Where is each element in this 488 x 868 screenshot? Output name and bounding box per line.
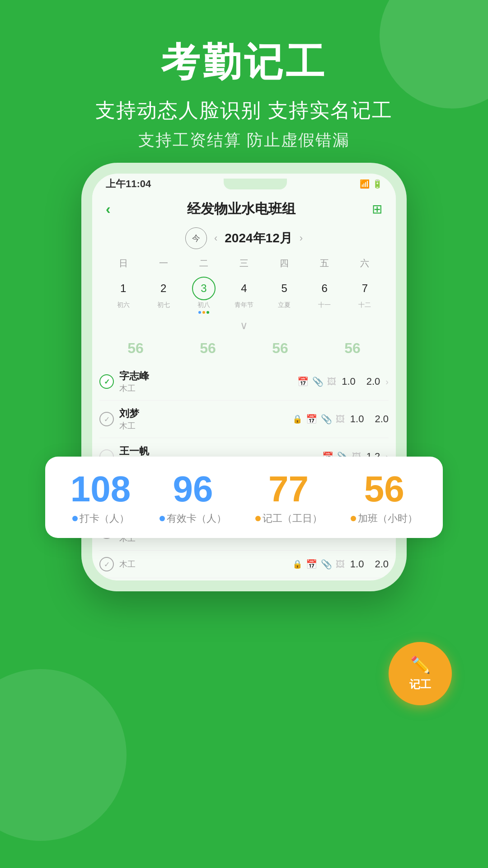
- weekday-sun: 日: [103, 255, 143, 271]
- worker-check-6[interactable]: ✓: [99, 557, 114, 571]
- valid-label: 有效卡（人）: [160, 512, 226, 525]
- stat-item-overtime: 56 加班（小时）: [351, 471, 418, 525]
- stats-card: 108 打卡（人） 96 有效卡（人） 77 记工（工日） 56 加班（小时）: [45, 457, 443, 538]
- ghost-stats-row: 56 56 56 56: [92, 335, 396, 361]
- clip-icon: 📎: [321, 559, 332, 570]
- image-icon: 🖼: [336, 414, 345, 425]
- month-label: 2024年12月: [225, 230, 292, 247]
- valid-count: 96: [173, 471, 213, 507]
- worker-hours-6: 1.0 2.0: [350, 558, 389, 570]
- checkmark-icon: ✓: [104, 377, 110, 386]
- overtime-dot: [351, 516, 356, 521]
- stat-item-workday: 77 记工（工日）: [255, 471, 322, 525]
- calendar-day-1[interactable]: 1 初六: [103, 274, 143, 316]
- bg-decoration-bottom: [0, 669, 127, 841]
- main-title: 考勤记工: [0, 41, 488, 84]
- next-month-button[interactable]: ›: [300, 232, 303, 244]
- calendar-days: 1 初六 2 初七 3 初八: [103, 274, 385, 316]
- phone-notch: [224, 179, 287, 189]
- weekday-mon: 一: [143, 255, 183, 271]
- qr-icon[interactable]: ⊞: [372, 202, 382, 217]
- calendar-day-4[interactable]: 4 青年节: [224, 274, 264, 316]
- phone-time: 上午11:04: [106, 177, 151, 191]
- calendar-expand-button[interactable]: ∨: [103, 316, 385, 335]
- app-title: 经发物业水电班组: [111, 200, 372, 218]
- stat-item-valid: 96 有效卡（人）: [160, 471, 226, 525]
- wifi-icon: 📶: [360, 179, 370, 189]
- calendar-day-3[interactable]: 3 初八: [183, 274, 224, 316]
- calendar-icon: 📅: [306, 559, 317, 570]
- worker-row[interactable]: ✓ 刘梦 木工 🔒 📅 📎 🖼 1.0: [99, 401, 389, 438]
- row-arrow-1: ›: [385, 377, 389, 387]
- weekday-wed: 三: [224, 255, 264, 271]
- calendar-day-7[interactable]: 7 十二: [345, 274, 385, 316]
- worker-row[interactable]: ✓ 字志峰 木工 📅 📎 🖼 1.0 2.: [99, 363, 389, 401]
- fab-label: 记工: [409, 677, 431, 692]
- weekday-fri: 五: [305, 255, 345, 271]
- record-fab-button[interactable]: ✏️ 记工: [389, 642, 452, 705]
- calendar-icon: 📅: [306, 414, 317, 425]
- worker-hours-1: 1.0 2.0: [342, 376, 380, 387]
- clip-icon: 📎: [312, 376, 324, 387]
- lock-icon: 🔒: [292, 559, 302, 569]
- edit-icon: ✏️: [410, 656, 431, 675]
- workday-count: 77: [268, 471, 309, 507]
- checkin-dot: [72, 516, 78, 521]
- clip-icon: 📎: [321, 414, 332, 425]
- workday-dot: [255, 516, 261, 521]
- prev-month-button[interactable]: ‹: [214, 232, 217, 244]
- weekday-thu: 四: [264, 255, 305, 271]
- worker-info-2: 刘梦 木工: [119, 407, 287, 431]
- phone-status-icons: 📶 🔋: [360, 179, 382, 189]
- lock-icon: 🔒: [292, 414, 302, 424]
- worker-hours-2: 1.0 2.0: [350, 413, 389, 425]
- image-icon: 🖼: [327, 377, 336, 387]
- calendar-month-row: 今 ‹ 2024年12月 ›: [103, 227, 385, 249]
- calendar-day-2[interactable]: 2 初七: [143, 274, 183, 316]
- app-header: ‹ 经发物业水电班组 ⊞: [92, 191, 396, 223]
- worker-info-1: 字志峰 木工: [119, 369, 292, 394]
- calendar-day-6[interactable]: 6 十一: [305, 274, 345, 316]
- worker-check-1[interactable]: ✓: [99, 374, 114, 389]
- valid-dot: [160, 516, 165, 521]
- back-button[interactable]: ‹: [106, 201, 111, 217]
- battery-icon: 🔋: [372, 179, 382, 189]
- worker-row[interactable]: ✓ 木工 🔒 📅 📎 🖼 1.0: [99, 551, 389, 578]
- day-dots: [198, 311, 209, 314]
- subtitle-2: 支持工资结算 防止虚假错漏: [0, 129, 488, 151]
- today-badge[interactable]: 今: [185, 227, 207, 249]
- calendar-weekdays: 日 一 二 三 四 五 六: [103, 255, 385, 271]
- calendar-icon: 📅: [297, 376, 309, 387]
- image-icon: 🖼: [336, 559, 345, 570]
- weekday-sat: 六: [345, 255, 385, 271]
- worker-action-icons-6: 🔒 📅 📎 🖼: [292, 559, 345, 570]
- status-bar: 上午11:04 📶 🔋: [92, 174, 396, 191]
- calendar-day-5[interactable]: 5 立夏: [264, 274, 305, 316]
- worker-check-2[interactable]: ✓: [99, 412, 114, 426]
- workday-label: 记工（工日）: [255, 512, 322, 525]
- subtitle-1: 支持动态人脸识别 支持实名记工: [0, 97, 488, 124]
- stat-item-checkin: 108 打卡（人）: [70, 471, 131, 525]
- weekday-tue: 二: [183, 255, 224, 271]
- header-section: 考勤记工 支持动态人脸识别 支持实名记工 支持工资结算 防止虚假错漏: [0, 0, 488, 151]
- worker-action-icons-1: 📅 📎 🖼: [297, 376, 336, 387]
- calendar-section: 今 ‹ 2024年12月 › 日 一 二 三 四 五 六 1: [92, 223, 396, 335]
- worker-info-6: 木工: [119, 559, 287, 570]
- overtime-count: 56: [364, 471, 404, 507]
- checkin-label: 打卡（人）: [72, 512, 129, 525]
- worker-action-icons-2: 🔒 📅 📎 🖼: [292, 414, 345, 425]
- overtime-label: 加班（小时）: [351, 512, 418, 525]
- checkin-count: 108: [70, 471, 131, 507]
